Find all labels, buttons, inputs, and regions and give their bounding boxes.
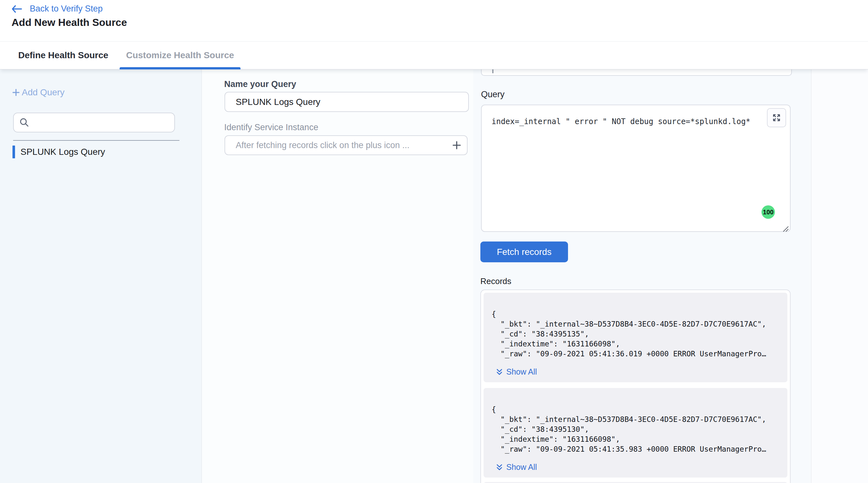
fetch-records-button[interactable]: Fetch records <box>480 241 568 262</box>
records-container: { "_bkt": "_internal~38~D537D8B4-3EC0-4D… <box>480 290 790 483</box>
sidebar-divider <box>13 140 179 141</box>
plus-icon <box>11 88 21 97</box>
show-all-link[interactable]: Show All <box>496 367 537 376</box>
tab-customize-label: Customize Health Source <box>126 50 234 60</box>
textarea-resize-handle[interactable] <box>782 225 789 234</box>
record-line: { <box>492 404 782 415</box>
result-count-badge: 100 <box>762 205 775 219</box>
arrow-left-icon <box>11 4 22 13</box>
tab-bar: Define Health Source Customize Health So… <box>0 41 868 69</box>
record-card: { "_bkt": "_internal~38~D537D8B4-3EC0-4D… <box>484 293 787 382</box>
query-label: Query <box>481 90 505 99</box>
add-health-source-drawer: Back to Verify Step Add New Health Sourc… <box>0 0 868 483</box>
back-link-label: Back to Verify Step <box>30 4 103 14</box>
show-all-link[interactable]: Show All <box>496 462 537 472</box>
plus-icon <box>451 139 463 151</box>
active-tab-underline <box>120 67 241 69</box>
tab-customize-health-source[interactable]: Customize Health Source <box>120 41 241 69</box>
query-textarea[interactable] <box>481 104 790 232</box>
record-line: "_indextime": "1631166098", <box>492 434 782 444</box>
record-card: { "_bkt": "_internal~38~D537D8B4-3EC0-4D… <box>484 388 787 478</box>
record-line: "_raw": "09-09-2021 05:41:35.983 +0000 E… <box>492 444 782 454</box>
sidebar-item-splunk-logs-query[interactable]: SPLUNK Logs Query <box>12 146 105 158</box>
search-icon <box>19 117 30 128</box>
query-panel-column: Query 100 Fetch records Records { "_bkt"… <box>473 69 811 483</box>
query-search-box <box>13 113 175 132</box>
add-query-label: Add Query <box>22 87 65 97</box>
tab-define-health-source[interactable]: Define Health Source <box>18 41 108 69</box>
expand-query-button[interactable] <box>767 108 786 127</box>
selected-query-indicator <box>12 146 15 158</box>
record-line: "_bkt": "_internal~38~D537D8B4-3EC0-4D5E… <box>492 415 782 424</box>
add-service-instance-button[interactable] <box>450 139 463 152</box>
page-title: Add New Health Source <box>11 17 127 28</box>
add-query-button[interactable]: Add Query <box>11 87 65 98</box>
record-line: { <box>492 309 782 319</box>
name-your-query-label: Name your Query <box>224 79 296 89</box>
clipped-text-fragment <box>492 69 494 73</box>
show-all-label: Show All <box>506 462 537 472</box>
chevron-double-down-icon <box>496 368 503 375</box>
record-line: "_raw": "09-09-2021 05:41:36.019 +0000 E… <box>492 349 782 359</box>
content-area: Add Query SPLUNK Logs Query Name your Qu… <box>0 69 868 483</box>
identify-service-instance-label: Identify Service Instance <box>224 122 318 132</box>
query-name-input[interactable] <box>224 92 469 112</box>
header: Back to Verify Step Add New Health Sourc… <box>0 0 868 41</box>
service-instance-input[interactable] <box>224 135 468 155</box>
records-label: Records <box>480 276 512 286</box>
scrolled-input-partial[interactable] <box>481 69 792 76</box>
back-link[interactable]: Back to Verify Step <box>11 4 103 14</box>
chevron-double-down-icon <box>496 463 503 471</box>
query-form-column: Name your Query Identify Service Instanc… <box>202 69 473 483</box>
record-line: "_cd": "38:4395135", <box>492 329 782 339</box>
record-line: "_bkt": "_internal~38~D537D8B4-3EC0-4D5E… <box>492 319 782 329</box>
fullscreen-icon <box>772 113 781 122</box>
right-edge-panel <box>811 69 868 483</box>
query-item-label: SPLUNK Logs Query <box>21 147 105 157</box>
search-input[interactable] <box>30 113 174 132</box>
record-line: "_cd": "38:4395130", <box>492 424 782 434</box>
identify-service-instance-field <box>224 135 468 155</box>
show-all-label: Show All <box>506 367 537 376</box>
query-sidebar: Add Query SPLUNK Logs Query <box>0 69 202 483</box>
record-line: "_indextime": "1631166098", <box>492 339 782 349</box>
